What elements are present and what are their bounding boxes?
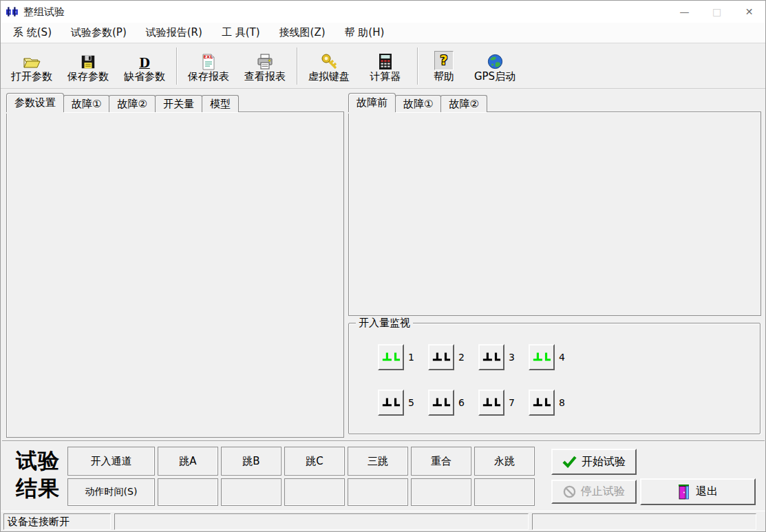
tab-prefault[interactable]: 故障前: [348, 93, 396, 112]
results-header-reclose: 重合: [411, 447, 471, 476]
results-header-trip-c: 跳C: [284, 447, 345, 476]
gps-start-button[interactable]: GPS启动: [467, 45, 523, 87]
calculator-icon: [379, 50, 392, 70]
save-report-button[interactable]: EXL 保存报表: [180, 45, 237, 87]
binary-input-number: 2: [458, 344, 472, 370]
binary-input-7[interactable]: [478, 390, 504, 416]
menu-help[interactable]: 帮 助(H): [335, 23, 394, 42]
tab-switch-quantity[interactable]: 开关量: [155, 95, 202, 112]
results-title: 试验 结果: [9, 447, 67, 502]
binary-input-number: 1: [408, 344, 422, 370]
close-button[interactable]: ✕: [733, 1, 765, 23]
right-tab-strip: 故障前 故障① 故障②: [348, 94, 487, 112]
binary-input-8[interactable]: [529, 390, 555, 416]
results-header-perm-trip: 永跳: [474, 447, 535, 476]
save-params-button[interactable]: 保存参数: [60, 45, 116, 87]
view-report-button[interactable]: 查看报表: [237, 45, 293, 87]
app-icon: [6, 6, 19, 18]
default-params-button[interactable]: D 缺省参数: [116, 45, 173, 87]
binary-input-number: 6: [458, 390, 472, 416]
stop-test-button[interactable]: 停止试验: [551, 480, 637, 504]
check-icon: [562, 456, 577, 468]
menu-wiring-diagram[interactable]: 接线图(Z): [270, 23, 335, 42]
tab-fault-2-left[interactable]: 故障②: [109, 95, 155, 112]
exit-door-icon: [678, 484, 691, 500]
tab-param-settings[interactable]: 参数设置: [6, 93, 64, 112]
results-value-trip-c: [284, 478, 345, 506]
window-title: 整组试验: [23, 6, 65, 19]
results-value-three-trip: [348, 478, 408, 506]
prefault-page: [348, 111, 761, 316]
results-value-trip-b: [221, 478, 281, 506]
start-test-button[interactable]: 开始试验: [551, 449, 637, 475]
globe-icon: [487, 50, 504, 70]
binary-input-4[interactable]: [529, 344, 555, 370]
menu-test-report[interactable]: 试验报告(R): [136, 23, 212, 42]
tab-fault-1-right[interactable]: 故障①: [395, 95, 441, 112]
tab-model[interactable]: 模型: [202, 95, 239, 112]
binary-input-3[interactable]: [478, 344, 504, 370]
floppy-disk-icon: [80, 50, 96, 70]
app-window: 整组试验 — □ ✕ 系 统(S) 试验参数(P) 试验报告(R) 工 具(T)…: [0, 0, 766, 532]
param-settings-page: [6, 111, 344, 438]
calculator-button[interactable]: 计算器: [357, 45, 414, 87]
letter-d-icon: D: [139, 50, 150, 70]
results-header-trip-a: 跳A: [158, 447, 218, 476]
left-tab-strip: 参数设置 故障① 故障② 开关量 模型: [6, 94, 238, 112]
virtual-keyboard-button[interactable]: 虚拟键盘: [301, 45, 357, 87]
excel-document-icon: EXL: [200, 50, 217, 70]
question-mark-icon: ?: [434, 50, 454, 70]
key-icon: [321, 50, 338, 70]
binary-monitor-group: 开入量监视: [348, 323, 760, 434]
binary-monitor-title: 开入量监视: [356, 317, 413, 330]
results-header-three-trip: 三跳: [348, 447, 408, 476]
toolbar-separator: [417, 47, 418, 85]
binary-input-2[interactable]: [428, 344, 454, 370]
help-button[interactable]: ? 帮助: [421, 45, 467, 87]
binary-input-number: 8: [559, 390, 573, 416]
tab-fault-1-left[interactable]: 故障①: [63, 95, 109, 112]
results-header-channel: 开入通道: [67, 447, 155, 476]
menu-bar: 系 统(S) 试验参数(P) 试验报告(R) 工 具(T) 接线图(Z) 帮 助…: [1, 23, 765, 43]
toolbar-separator: [297, 47, 297, 85]
binary-input-5[interactable]: [378, 390, 404, 416]
menu-system[interactable]: 系 统(S): [3, 23, 61, 42]
menu-tools[interactable]: 工 具(T): [212, 23, 270, 42]
binary-input-number: 7: [509, 390, 522, 416]
horizontal-separator: [2, 440, 765, 442]
results-value-trip-a: [158, 478, 218, 506]
status-middle: [114, 513, 529, 530]
status-bar: 设备连接断开: [1, 511, 765, 532]
svg-text:EXL: EXL: [204, 54, 213, 60]
stop-icon: [563, 485, 576, 498]
binary-input-1[interactable]: [378, 344, 404, 370]
toolbar-separator: [176, 47, 177, 85]
results-value-reclose: [411, 478, 471, 506]
binary-input-6[interactable]: [428, 390, 454, 416]
status-right: [532, 513, 756, 530]
title-bar: 整组试验 — □ ✕: [1, 1, 765, 23]
results-value-perm-trip: [474, 478, 535, 506]
toolbar: 打开参数 保存参数 D 缺省参数: [1, 43, 765, 89]
maximize-button[interactable]: □: [701, 1, 733, 23]
exit-button[interactable]: 退出: [640, 478, 756, 505]
open-params-button[interactable]: 打开参数: [3, 45, 60, 87]
open-folder-icon: [23, 50, 41, 70]
results-header-trip-b: 跳B: [221, 447, 281, 476]
tab-fault-2-right[interactable]: 故障②: [440, 95, 487, 112]
printer-icon: [256, 50, 274, 70]
results-row-label: 动作时间(S): [67, 478, 155, 506]
binary-input-number: 5: [408, 390, 422, 416]
menu-test-params[interactable]: 试验参数(P): [61, 23, 136, 42]
binary-input-number: 4: [559, 344, 573, 370]
binary-input-number: 3: [509, 344, 522, 370]
minimize-button[interactable]: —: [668, 1, 701, 23]
status-connection: 设备连接断开: [3, 513, 111, 530]
